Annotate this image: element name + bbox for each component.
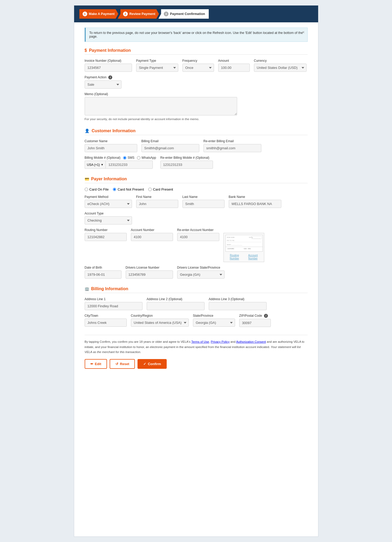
- step1-button[interactable]: 1 Make A Payment: [79, 9, 118, 19]
- account-number-group: Account Number: [131, 228, 173, 241]
- payment-type-select[interactable]: Single Payment: [136, 64, 178, 72]
- confirm-button[interactable]: ✓ Confirm: [138, 359, 167, 369]
- reset-icon: ↺: [115, 362, 118, 366]
- privacy-link[interactable]: Privacy Policy: [211, 340, 230, 343]
- payer-row2: Account Type Checking: [85, 212, 308, 224]
- bank-name-label: Bank Name: [229, 195, 281, 199]
- memo-security-note: For your security, do not include person…: [85, 117, 308, 121]
- billing-email-confirm-input[interactable]: [203, 144, 261, 152]
- billing-row1: Address Line 1 Address Line 2 (Optional)…: [85, 297, 308, 310]
- amount-input[interactable]: [218, 64, 250, 72]
- auth-link[interactable]: Authorization Consent: [236, 340, 266, 343]
- billing-email-confirm-group: Re-enter Billing Email: [203, 139, 261, 152]
- currency-select[interactable]: United States Dollar (USD): [254, 64, 307, 72]
- step3-label: Payment Confirmation: [170, 12, 205, 16]
- svg-text:PAY TO THE: PAY TO THE: [227, 240, 235, 241]
- checkmark-icon: ✓: [143, 362, 146, 366]
- zip-input[interactable]: [239, 319, 271, 327]
- memo-group: Memo (Optional) For your security, do no…: [85, 92, 308, 121]
- frequency-label: Frequency: [182, 59, 214, 63]
- address2-group: Address Line 2 (Optional): [147, 297, 205, 310]
- bank-name-input[interactable]: [229, 200, 281, 208]
- payment-info-section: $ Payment Information Invoice Number (Op…: [85, 48, 308, 121]
- payer-row1: Payment Method eCheck (ACH) First Name L…: [85, 195, 308, 208]
- invoice-input[interactable]: [85, 64, 132, 72]
- card-present-label[interactable]: Card Present: [148, 187, 173, 191]
- amount-label: Amount: [218, 59, 250, 63]
- step3-button[interactable]: 3 Payment Confirmation: [159, 9, 209, 19]
- country-label: Country/Region: [131, 314, 189, 318]
- payment-method-label: Payment Method: [85, 195, 132, 199]
- dl-input[interactable]: [126, 270, 173, 279]
- address2-input[interactable]: [147, 302, 205, 310]
- dl-state-select[interactable]: Georgia (GA): [177, 270, 225, 279]
- dl-state-label: Drivers License State/Province: [177, 266, 225, 269]
- memo-input[interactable]: [85, 97, 237, 115]
- country-select[interactable]: United States of America (USA): [131, 319, 189, 327]
- invoice-group: Invoice Number (Optional): [85, 59, 132, 72]
- payment-action-info-icon[interactable]: i: [108, 75, 112, 79]
- billing-row2: City/Town Country/Region United States o…: [85, 314, 308, 327]
- address2-label: Address Line 2 (Optional): [147, 297, 205, 301]
- svg-text:⁚121042882⁚: ⁚121042882⁚: [227, 248, 235, 249]
- payer-first-name-group: First Name: [136, 195, 178, 208]
- mobile-input[interactable]: [105, 161, 153, 169]
- customer-name-input[interactable]: [85, 144, 137, 152]
- dl-label: Drivers License Number: [126, 266, 173, 269]
- city-input[interactable]: [85, 319, 127, 327]
- close-banner-button[interactable]: ×: [302, 30, 304, 35]
- step1-circle: 1: [83, 12, 87, 16]
- consent-section: By tapping Confirm, you confirm you are …: [85, 335, 308, 355]
- address1-label: Address Line 1: [85, 297, 142, 301]
- whatsapp-radio[interactable]: [137, 156, 140, 160]
- payment-action-label: Payment Action i: [85, 75, 121, 79]
- payer-first-name-input[interactable]: [136, 200, 178, 208]
- sms-label: SMS: [128, 156, 134, 160]
- billing-email-confirm-label: Re-enter Billing Email: [203, 139, 261, 143]
- dob-input[interactable]: [85, 270, 121, 279]
- svg-text:MEMO _______________: MEMO _______________: [227, 244, 242, 246]
- account-number-input[interactable]: [131, 233, 173, 241]
- billing-email-input[interactable]: [141, 144, 199, 152]
- card-on-file-radio[interactable]: [85, 188, 88, 191]
- account-type-select[interactable]: Checking: [85, 216, 132, 224]
- dob-group: Date of Birth: [85, 266, 121, 279]
- billing-info-title: 🏢 Billing Information: [85, 287, 308, 293]
- account-type-group: Account Type Checking: [85, 212, 132, 224]
- payer-last-name-label: Last Name: [182, 195, 225, 199]
- terms-link[interactable]: Terms of Use: [191, 340, 209, 343]
- reset-button[interactable]: ↺ Reset: [110, 359, 135, 369]
- step2-circle: 2: [123, 12, 128, 16]
- payment-action-select[interactable]: Sale: [85, 80, 121, 89]
- payer-row4: Date of Birth Drivers License Number Dri…: [85, 266, 308, 279]
- phone-country-selector[interactable]: USA (+1) ▼: [85, 161, 106, 169]
- state-select[interactable]: Georgia (GA): [193, 319, 235, 327]
- account-number-confirm-input[interactable]: [177, 233, 219, 241]
- dl-state-group: Drivers License State/Province Georgia (…: [177, 266, 225, 279]
- mobile-confirm-input[interactable]: [160, 161, 213, 169]
- zip-info-icon[interactable]: i: [264, 314, 268, 318]
- address3-input[interactable]: [209, 302, 267, 310]
- card-not-present-label[interactable]: Card Not Present: [113, 187, 144, 191]
- phone-dropdown-icon: ▼: [101, 163, 104, 166]
- payment-type-label: Payment Type: [136, 59, 178, 63]
- card-not-present-radio[interactable]: [113, 188, 116, 191]
- payment-method-select[interactable]: eCheck (ACH): [85, 200, 132, 208]
- sms-radio[interactable]: [123, 156, 126, 160]
- routing-input[interactable]: [85, 233, 127, 241]
- dollar-icon: $: [85, 48, 87, 53]
- whatsapp-label: WhatsApp: [141, 156, 156, 160]
- bank-name-group: Bank Name: [229, 195, 281, 208]
- address1-input[interactable]: [85, 302, 142, 310]
- frequency-select[interactable]: Once: [182, 64, 214, 72]
- card-on-file-label[interactable]: Card On File: [85, 187, 109, 191]
- account-number-confirm-group: Re-enter Account Number: [177, 228, 219, 241]
- phone-input-group: USA (+1) ▼: [85, 161, 156, 169]
- payer-last-name-input[interactable]: [182, 200, 225, 208]
- edit-button[interactable]: ✏ Edit: [85, 359, 107, 369]
- step2-button[interactable]: 2 Review Payment: [118, 9, 159, 19]
- dl-group: Drivers License Number: [126, 266, 173, 279]
- card-present-radio[interactable]: [148, 188, 152, 191]
- action-buttons: ✏ Edit ↺ Reset ✓ Confirm: [85, 359, 308, 369]
- svg-text:$ __________: $ __________: [252, 237, 261, 239]
